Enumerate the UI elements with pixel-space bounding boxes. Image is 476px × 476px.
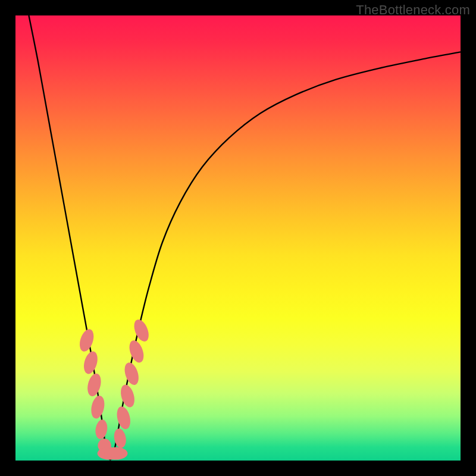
highlight-dot bbox=[86, 372, 104, 397]
outer-frame: TheBottleneck.com bbox=[0, 0, 476, 476]
highlight-dot bbox=[118, 383, 137, 409]
highlight-dot bbox=[131, 318, 152, 344]
highlight-dot bbox=[94, 419, 108, 440]
highlight-dot bbox=[127, 339, 146, 365]
highlight-dot bbox=[77, 327, 96, 353]
highlight-dot bbox=[105, 447, 128, 460]
highlight-dot bbox=[89, 394, 107, 419]
plot-area bbox=[15, 15, 461, 461]
highlight-dot bbox=[82, 350, 100, 375]
highlight-dot bbox=[115, 405, 133, 431]
watermark-text: TheBottleneck.com bbox=[356, 2, 470, 18]
marker-group bbox=[77, 318, 152, 460]
highlight-dot bbox=[122, 361, 141, 386]
chart-svg bbox=[15, 15, 461, 461]
